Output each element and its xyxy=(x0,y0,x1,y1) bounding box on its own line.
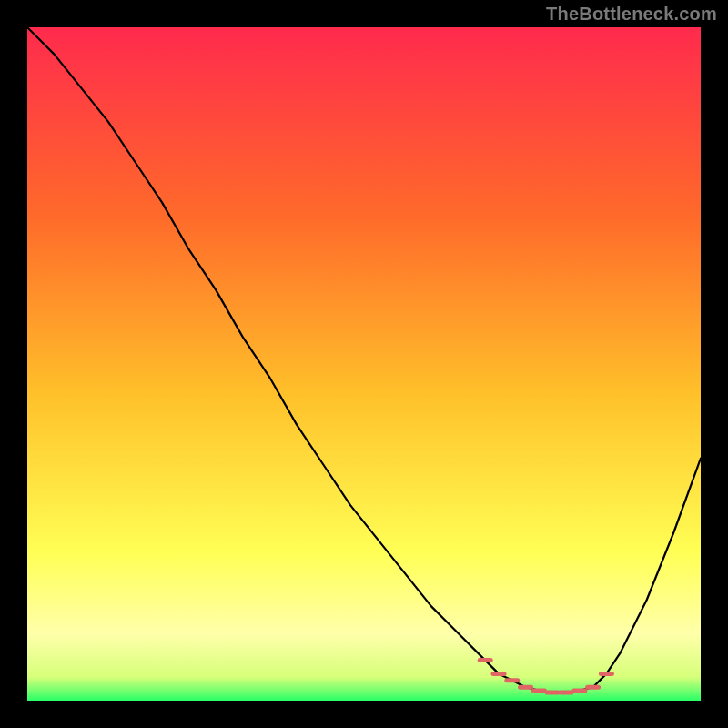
attribution-label: TheBottleneck.com xyxy=(546,4,717,25)
bottleneck-chart-canvas xyxy=(27,27,701,701)
chart-area xyxy=(27,27,701,701)
